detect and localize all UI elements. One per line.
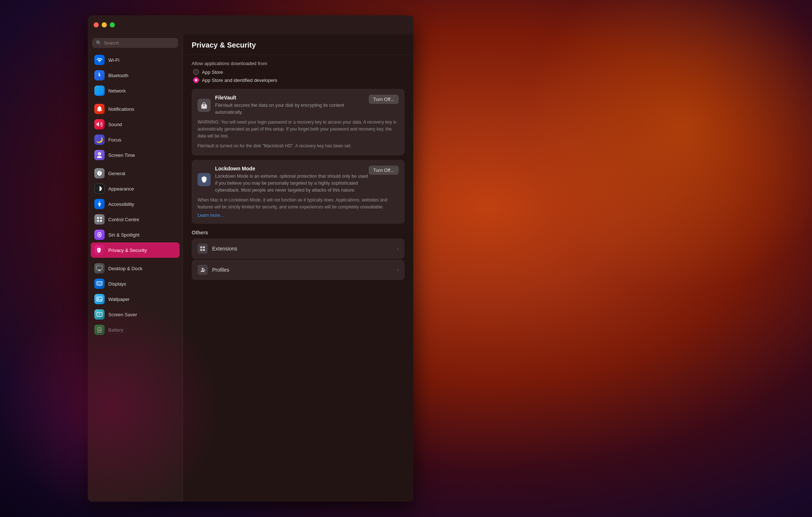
sidebar-label-siri: Siri & Spotlight	[108, 232, 139, 238]
search-bar[interactable]: 🔍 Search	[92, 38, 178, 48]
main-content: 🔍 Search Wi-Fi	[88, 34, 413, 502]
sidebar: 🔍 Search Wi-Fi	[88, 34, 183, 502]
lockdown-extra: When Mac is in Lockdown Mode, it will no…	[198, 197, 399, 211]
screentime-icon	[94, 150, 105, 160]
filevault-status: FileVault is turned on for the disk "Mac…	[198, 143, 399, 150]
profiles-row[interactable]: Profiles ›	[192, 260, 405, 280]
profiles-label: Profiles	[212, 267, 397, 273]
notifications-icon	[94, 104, 105, 114]
extensions-icon	[198, 244, 208, 254]
filevault-desc: FileVault secures the data on your disk …	[215, 102, 369, 116]
sidebar-item-controlcentre[interactable]: Control Centre	[91, 212, 180, 227]
profiles-chevron: ›	[397, 267, 399, 273]
sidebar-item-wallpaper[interactable]: Wallpaper	[91, 291, 180, 307]
desktop-icon	[94, 263, 105, 273]
sidebar-item-bluetooth[interactable]: Bluetooth	[91, 68, 180, 83]
sidebar-item-appearance[interactable]: Appearance	[91, 181, 180, 196]
appearance-icon	[94, 184, 105, 194]
search-icon: 🔍	[96, 40, 102, 46]
svg-rect-18	[98, 328, 101, 332]
sidebar-item-privacy[interactable]: Privacy & Security	[91, 242, 180, 258]
svg-rect-3	[100, 217, 102, 219]
svg-point-7	[99, 234, 101, 236]
sidebar-item-desktop[interactable]: Desktop & Dock	[91, 261, 180, 276]
sidebar-label-controlcentre: Control Centre	[108, 217, 139, 222]
sidebar-item-displays[interactable]: Displays	[91, 276, 180, 291]
bluetooth-icon	[94, 70, 105, 80]
filevault-header: FileVault FileVault secures the data on …	[198, 95, 399, 116]
screensaver-icon	[94, 309, 105, 320]
sidebar-label-desktop: Desktop & Dock	[108, 266, 142, 271]
sidebar-item-screentime[interactable]: Screen Time	[91, 147, 180, 163]
sidebar-label-appearance: Appearance	[108, 186, 134, 192]
filevault-title: FileVault	[215, 95, 369, 101]
learn-more-link[interactable]: Learn more…	[198, 213, 399, 218]
radio-appstore-identified[interactable]: App Store and identified developers	[193, 77, 405, 83]
svg-point-15	[98, 298, 99, 299]
sidebar-label-wallpaper: Wallpaper	[108, 297, 129, 302]
radio-appstore[interactable]: App Store	[193, 69, 405, 75]
svg-rect-16	[97, 312, 102, 316]
svg-point-1	[99, 201, 100, 203]
extensions-label: Extensions	[212, 246, 397, 252]
displays-icon	[94, 279, 105, 289]
sound-icon	[94, 119, 105, 129]
sidebar-item-sound[interactable]: Sound	[91, 117, 180, 132]
sidebar-item-battery[interactable]: Battery	[91, 322, 180, 337]
sidebar-label-screensaver: Screen Saver	[108, 312, 137, 317]
sidebar-label-general: General	[108, 171, 125, 176]
sidebar-item-accessibility[interactable]: Accessibility	[91, 196, 180, 212]
sidebar-item-siri[interactable]: Siri & Spotlight	[91, 227, 180, 242]
radio-identified-label: App Store and identified developers	[202, 78, 277, 83]
network-icon: 🌐	[94, 86, 105, 96]
sidebar-label-notifications: Notifications	[108, 106, 134, 112]
sidebar-item-general[interactable]: General	[91, 166, 180, 181]
detail-header: Privacy & Security	[183, 34, 413, 55]
svg-rect-21	[200, 246, 202, 248]
lockdown-desc: Lockdown Mode is an extreme, optional pr…	[215, 173, 369, 193]
svg-point-17	[99, 314, 101, 316]
lockdown-turnoff-button[interactable]: Turn Off...	[369, 166, 399, 175]
sidebar-item-screensaver[interactable]: Screen Saver	[91, 307, 180, 322]
sidebar-item-notifications[interactable]: Notifications	[91, 101, 180, 117]
controlcentre-icon	[94, 214, 105, 224]
svg-rect-2	[97, 217, 99, 219]
lockdown-title: Lockdown Mode	[215, 166, 369, 171]
extensions-chevron: ›	[397, 246, 399, 252]
svg-rect-11	[98, 271, 101, 271]
svg-rect-9	[97, 266, 102, 269]
extensions-row[interactable]: Extensions ›	[192, 238, 405, 259]
close-button[interactable]	[94, 22, 99, 27]
sidebar-label-screentime: Screen Time	[108, 152, 135, 158]
traffic-lights	[94, 22, 115, 27]
svg-rect-4	[97, 220, 99, 222]
filevault-warning: WARNING: You will need your login passwo…	[198, 119, 399, 140]
filevault-title-row: FileVault FileVault secures the data on …	[198, 95, 369, 116]
allow-apps-section: Allow applications downloaded from App S…	[192, 61, 405, 83]
wifi-icon	[94, 55, 105, 65]
sidebar-item-wifi[interactable]: Wi-Fi	[91, 52, 180, 68]
svg-rect-13	[97, 282, 101, 284]
siri-icon	[94, 230, 105, 240]
detail-panel: Privacy & Security Allow applications do…	[183, 34, 413, 502]
lockdown-text: Lockdown Mode Lockdown Mode is an extrem…	[215, 166, 369, 193]
others-section: Others Extensions ›	[192, 230, 405, 280]
sidebar-item-focus[interactable]: 🌙 Focus	[91, 132, 180, 147]
minimize-button[interactable]	[102, 22, 107, 27]
maximize-button[interactable]	[110, 22, 115, 27]
sidebar-item-network[interactable]: 🌐 Network	[91, 83, 180, 98]
svg-rect-22	[203, 246, 205, 248]
svg-rect-24	[203, 249, 205, 251]
sidebar-items-list: Wi-Fi Bluetooth 🌐 Network	[88, 52, 183, 502]
detail-content: Allow applications downloaded from App S…	[183, 55, 413, 502]
filevault-turnoff-button[interactable]: Turn Off...	[369, 95, 399, 104]
filevault-text: FileVault FileVault secures the data on …	[215, 95, 369, 116]
sidebar-label-battery: Battery	[108, 327, 123, 333]
wallpaper-icon	[94, 294, 105, 304]
accessibility-icon	[94, 199, 105, 209]
radio-appstore-label: App Store	[202, 69, 223, 75]
svg-rect-5	[100, 220, 102, 222]
svg-rect-14	[97, 297, 102, 301]
focus-icon: 🌙	[94, 135, 105, 145]
sidebar-label-focus: Focus	[108, 137, 121, 143]
